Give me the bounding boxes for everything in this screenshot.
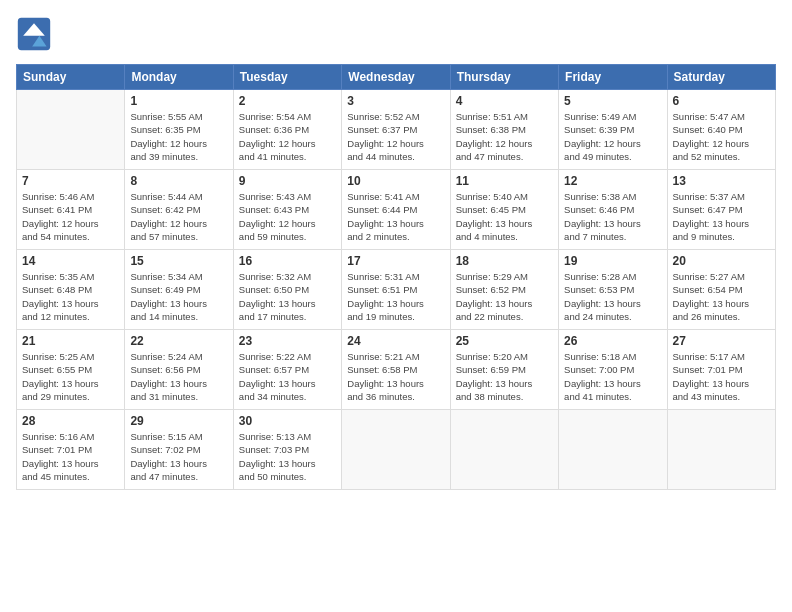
day-info: Sunrise: 5:41 AMSunset: 6:44 PMDaylight:… bbox=[347, 190, 444, 243]
day-header-saturday: Saturday bbox=[667, 65, 775, 90]
calendar-cell: 2Sunrise: 5:54 AMSunset: 6:36 PMDaylight… bbox=[233, 90, 341, 170]
day-info: Sunrise: 5:20 AMSunset: 6:59 PMDaylight:… bbox=[456, 350, 553, 403]
calendar-cell: 23Sunrise: 5:22 AMSunset: 6:57 PMDayligh… bbox=[233, 330, 341, 410]
day-number: 25 bbox=[456, 334, 553, 348]
day-info: Sunrise: 5:31 AMSunset: 6:51 PMDaylight:… bbox=[347, 270, 444, 323]
calendar-header-row: SundayMondayTuesdayWednesdayThursdayFrid… bbox=[17, 65, 776, 90]
calendar-cell: 1Sunrise: 5:55 AMSunset: 6:35 PMDaylight… bbox=[125, 90, 233, 170]
calendar-cell: 21Sunrise: 5:25 AMSunset: 6:55 PMDayligh… bbox=[17, 330, 125, 410]
day-info: Sunrise: 5:32 AMSunset: 6:50 PMDaylight:… bbox=[239, 270, 336, 323]
day-info: Sunrise: 5:40 AMSunset: 6:45 PMDaylight:… bbox=[456, 190, 553, 243]
day-info: Sunrise: 5:54 AMSunset: 6:36 PMDaylight:… bbox=[239, 110, 336, 163]
day-number: 13 bbox=[673, 174, 770, 188]
calendar-cell: 11Sunrise: 5:40 AMSunset: 6:45 PMDayligh… bbox=[450, 170, 558, 250]
calendar-cell: 5Sunrise: 5:49 AMSunset: 6:39 PMDaylight… bbox=[559, 90, 667, 170]
day-number: 28 bbox=[22, 414, 119, 428]
day-info: Sunrise: 5:38 AMSunset: 6:46 PMDaylight:… bbox=[564, 190, 661, 243]
day-info: Sunrise: 5:49 AMSunset: 6:39 PMDaylight:… bbox=[564, 110, 661, 163]
calendar-cell: 28Sunrise: 5:16 AMSunset: 7:01 PMDayligh… bbox=[17, 410, 125, 490]
day-info: Sunrise: 5:15 AMSunset: 7:02 PMDaylight:… bbox=[130, 430, 227, 483]
calendar-cell: 9Sunrise: 5:43 AMSunset: 6:43 PMDaylight… bbox=[233, 170, 341, 250]
day-header-friday: Friday bbox=[559, 65, 667, 90]
calendar-cell: 22Sunrise: 5:24 AMSunset: 6:56 PMDayligh… bbox=[125, 330, 233, 410]
day-number: 8 bbox=[130, 174, 227, 188]
day-info: Sunrise: 5:21 AMSunset: 6:58 PMDaylight:… bbox=[347, 350, 444, 403]
calendar-cell: 29Sunrise: 5:15 AMSunset: 7:02 PMDayligh… bbox=[125, 410, 233, 490]
day-number: 22 bbox=[130, 334, 227, 348]
day-header-tuesday: Tuesday bbox=[233, 65, 341, 90]
calendar-cell: 8Sunrise: 5:44 AMSunset: 6:42 PMDaylight… bbox=[125, 170, 233, 250]
day-info: Sunrise: 5:22 AMSunset: 6:57 PMDaylight:… bbox=[239, 350, 336, 403]
calendar-cell bbox=[17, 90, 125, 170]
day-number: 30 bbox=[239, 414, 336, 428]
day-header-monday: Monday bbox=[125, 65, 233, 90]
calendar-table: SundayMondayTuesdayWednesdayThursdayFrid… bbox=[16, 64, 776, 490]
day-info: Sunrise: 5:16 AMSunset: 7:01 PMDaylight:… bbox=[22, 430, 119, 483]
day-info: Sunrise: 5:13 AMSunset: 7:03 PMDaylight:… bbox=[239, 430, 336, 483]
calendar-cell: 26Sunrise: 5:18 AMSunset: 7:00 PMDayligh… bbox=[559, 330, 667, 410]
logo-icon bbox=[16, 16, 52, 52]
day-number: 19 bbox=[564, 254, 661, 268]
calendar-cell: 27Sunrise: 5:17 AMSunset: 7:01 PMDayligh… bbox=[667, 330, 775, 410]
day-number: 17 bbox=[347, 254, 444, 268]
logo bbox=[16, 16, 56, 52]
day-info: Sunrise: 5:44 AMSunset: 6:42 PMDaylight:… bbox=[130, 190, 227, 243]
calendar-cell: 20Sunrise: 5:27 AMSunset: 6:54 PMDayligh… bbox=[667, 250, 775, 330]
calendar-cell bbox=[559, 410, 667, 490]
calendar-cell: 12Sunrise: 5:38 AMSunset: 6:46 PMDayligh… bbox=[559, 170, 667, 250]
calendar-cell: 13Sunrise: 5:37 AMSunset: 6:47 PMDayligh… bbox=[667, 170, 775, 250]
day-info: Sunrise: 5:47 AMSunset: 6:40 PMDaylight:… bbox=[673, 110, 770, 163]
day-number: 6 bbox=[673, 94, 770, 108]
day-info: Sunrise: 5:34 AMSunset: 6:49 PMDaylight:… bbox=[130, 270, 227, 323]
calendar-cell: 17Sunrise: 5:31 AMSunset: 6:51 PMDayligh… bbox=[342, 250, 450, 330]
day-number: 21 bbox=[22, 334, 119, 348]
day-info: Sunrise: 5:46 AMSunset: 6:41 PMDaylight:… bbox=[22, 190, 119, 243]
calendar-cell: 14Sunrise: 5:35 AMSunset: 6:48 PMDayligh… bbox=[17, 250, 125, 330]
calendar-cell bbox=[342, 410, 450, 490]
day-number: 1 bbox=[130, 94, 227, 108]
day-number: 9 bbox=[239, 174, 336, 188]
day-number: 15 bbox=[130, 254, 227, 268]
day-number: 24 bbox=[347, 334, 444, 348]
calendar-cell: 7Sunrise: 5:46 AMSunset: 6:41 PMDaylight… bbox=[17, 170, 125, 250]
day-header-wednesday: Wednesday bbox=[342, 65, 450, 90]
calendar-cell: 15Sunrise: 5:34 AMSunset: 6:49 PMDayligh… bbox=[125, 250, 233, 330]
week-row-3: 14Sunrise: 5:35 AMSunset: 6:48 PMDayligh… bbox=[17, 250, 776, 330]
day-header-thursday: Thursday bbox=[450, 65, 558, 90]
day-info: Sunrise: 5:37 AMSunset: 6:47 PMDaylight:… bbox=[673, 190, 770, 243]
day-info: Sunrise: 5:55 AMSunset: 6:35 PMDaylight:… bbox=[130, 110, 227, 163]
day-info: Sunrise: 5:52 AMSunset: 6:37 PMDaylight:… bbox=[347, 110, 444, 163]
calendar-cell: 3Sunrise: 5:52 AMSunset: 6:37 PMDaylight… bbox=[342, 90, 450, 170]
day-number: 7 bbox=[22, 174, 119, 188]
calendar-cell bbox=[667, 410, 775, 490]
day-number: 27 bbox=[673, 334, 770, 348]
page-header bbox=[16, 16, 776, 52]
day-info: Sunrise: 5:28 AMSunset: 6:53 PMDaylight:… bbox=[564, 270, 661, 323]
day-number: 3 bbox=[347, 94, 444, 108]
day-info: Sunrise: 5:51 AMSunset: 6:38 PMDaylight:… bbox=[456, 110, 553, 163]
week-row-5: 28Sunrise: 5:16 AMSunset: 7:01 PMDayligh… bbox=[17, 410, 776, 490]
calendar-cell: 6Sunrise: 5:47 AMSunset: 6:40 PMDaylight… bbox=[667, 90, 775, 170]
day-number: 26 bbox=[564, 334, 661, 348]
week-row-1: 1Sunrise: 5:55 AMSunset: 6:35 PMDaylight… bbox=[17, 90, 776, 170]
calendar-cell: 18Sunrise: 5:29 AMSunset: 6:52 PMDayligh… bbox=[450, 250, 558, 330]
day-number: 10 bbox=[347, 174, 444, 188]
week-row-2: 7Sunrise: 5:46 AMSunset: 6:41 PMDaylight… bbox=[17, 170, 776, 250]
calendar-cell: 16Sunrise: 5:32 AMSunset: 6:50 PMDayligh… bbox=[233, 250, 341, 330]
day-info: Sunrise: 5:35 AMSunset: 6:48 PMDaylight:… bbox=[22, 270, 119, 323]
day-number: 4 bbox=[456, 94, 553, 108]
day-info: Sunrise: 5:25 AMSunset: 6:55 PMDaylight:… bbox=[22, 350, 119, 403]
day-info: Sunrise: 5:29 AMSunset: 6:52 PMDaylight:… bbox=[456, 270, 553, 323]
calendar-cell: 24Sunrise: 5:21 AMSunset: 6:58 PMDayligh… bbox=[342, 330, 450, 410]
calendar-cell: 4Sunrise: 5:51 AMSunset: 6:38 PMDaylight… bbox=[450, 90, 558, 170]
day-number: 18 bbox=[456, 254, 553, 268]
day-info: Sunrise: 5:18 AMSunset: 7:00 PMDaylight:… bbox=[564, 350, 661, 403]
day-info: Sunrise: 5:43 AMSunset: 6:43 PMDaylight:… bbox=[239, 190, 336, 243]
day-number: 14 bbox=[22, 254, 119, 268]
day-number: 16 bbox=[239, 254, 336, 268]
calendar-cell: 19Sunrise: 5:28 AMSunset: 6:53 PMDayligh… bbox=[559, 250, 667, 330]
day-number: 29 bbox=[130, 414, 227, 428]
day-info: Sunrise: 5:17 AMSunset: 7:01 PMDaylight:… bbox=[673, 350, 770, 403]
calendar-cell: 30Sunrise: 5:13 AMSunset: 7:03 PMDayligh… bbox=[233, 410, 341, 490]
week-row-4: 21Sunrise: 5:25 AMSunset: 6:55 PMDayligh… bbox=[17, 330, 776, 410]
